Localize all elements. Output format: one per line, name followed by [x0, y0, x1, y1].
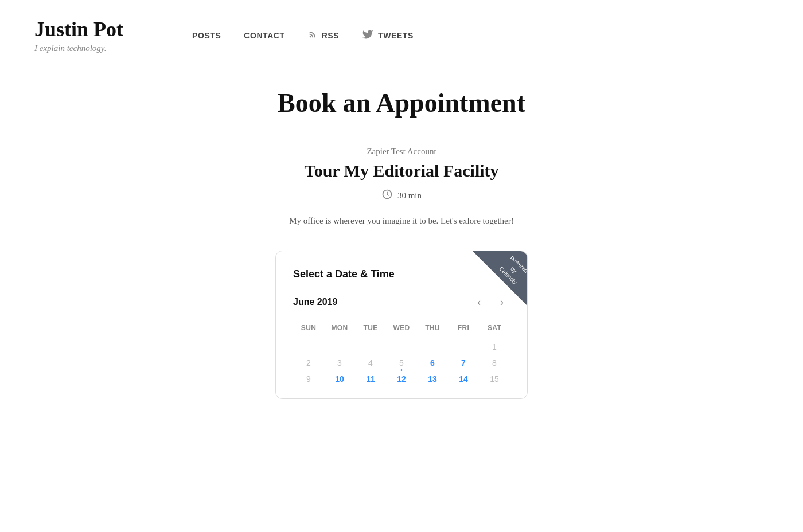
calendar-grid: SUN MON TUE WED THU FRI SAT 123456789101…	[293, 320, 510, 387]
clock-icon	[381, 189, 393, 202]
rss-icon	[308, 30, 317, 41]
calendar-week-row: 2345678	[293, 355, 510, 371]
calendar-day[interactable]: 13	[417, 371, 448, 387]
calendar-day	[355, 339, 386, 355]
weekday-sun: SUN	[293, 320, 324, 339]
calendar-day: 8	[479, 355, 510, 371]
calendar-day[interactable]: 10	[324, 371, 355, 387]
event-description: My office is wherever you imagine it to …	[258, 214, 545, 228]
event-name: Tour My Editorial Facility	[155, 161, 648, 181]
calendar-weekday-header-row: SUN MON TUE WED THU FRI SAT	[293, 320, 510, 339]
calendar-day[interactable]: 6	[417, 355, 448, 371]
weekday-sat: SAT	[479, 320, 510, 339]
calendar-day[interactable]: 7	[448, 355, 479, 371]
twitter-icon	[362, 29, 373, 42]
powered-by-badge: poweredbyCalendly	[473, 251, 527, 306]
nav-rss[interactable]: RSS	[308, 30, 339, 41]
calendar-day[interactable]: 14	[448, 371, 479, 387]
calendar-day	[324, 339, 355, 355]
calendar-day: 4	[355, 355, 386, 371]
calendar-month-year: June 2019	[293, 297, 337, 307]
event-duration: 30 min	[155, 189, 648, 202]
calendar-day: 1	[479, 339, 510, 355]
event-host: Zapier Test Account	[155, 147, 648, 157]
calendar-day	[417, 339, 448, 355]
page-title: Book an Appointment	[155, 88, 648, 118]
weekday-thu: THU	[417, 320, 448, 339]
nav-tweets[interactable]: TWEETS	[362, 29, 414, 42]
nav-contact[interactable]: CONTACT	[244, 31, 284, 40]
header: Justin Pot I explain technology. POSTS C…	[0, 0, 803, 65]
calendar-day[interactable]: 12	[386, 371, 417, 387]
weekday-tue: TUE	[355, 320, 386, 339]
site-title: Justin Pot	[34, 17, 123, 41]
calendar-body: 123456789101112131415	[293, 339, 510, 387]
weekday-mon: MON	[324, 320, 355, 339]
calendar-week-row: 9101112131415	[293, 371, 510, 387]
calendar-day	[293, 339, 324, 355]
calendar-day: 3	[324, 355, 355, 371]
calendar-week-row: 1	[293, 339, 510, 355]
calendar-day: 15	[479, 371, 510, 387]
calendly-widget: poweredbyCalendly Select a Date & Time J…	[275, 251, 528, 399]
main-content: Book an Appointment Zapier Test Account …	[143, 65, 660, 422]
calendar-day: 5	[386, 355, 417, 371]
site-subtitle: I explain technology.	[34, 44, 123, 53]
main-nav: POSTS CONTACT RSS TWEETS	[192, 29, 414, 42]
calendar-day: 2	[293, 355, 324, 371]
logo-area: Justin Pot I explain technology.	[34, 17, 123, 53]
calendar-day[interactable]: 11	[355, 371, 386, 387]
nav-posts[interactable]: POSTS	[192, 31, 221, 40]
weekday-wed: WED	[386, 320, 417, 339]
calendar-day	[386, 339, 417, 355]
calendar-day	[448, 339, 479, 355]
calendar-day: 9	[293, 371, 324, 387]
weekday-fri: FRI	[448, 320, 479, 339]
